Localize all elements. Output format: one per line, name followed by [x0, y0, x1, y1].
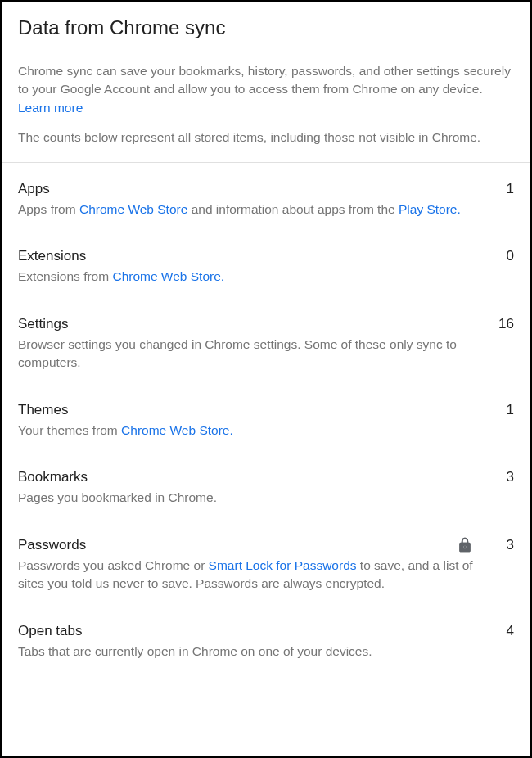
chrome-web-store-link[interactable]: Chrome Web Store.	[112, 269, 224, 283]
item-title: Bookmarks	[18, 469, 494, 485]
sync-item-passwords: Passwords 3 Passwords you asked Chrome o…	[18, 519, 514, 605]
item-title: Settings	[18, 316, 494, 332]
sync-item-settings: Settings 16 Browser settings you changed…	[18, 298, 514, 384]
lock-icon	[457, 537, 473, 553]
sync-item-bookmarks: Bookmarks 3 Pages you bookmarked in Chro…	[18, 451, 514, 518]
item-header: Apps 1	[18, 181, 514, 197]
chrome-web-store-link[interactable]: Chrome Web Store.	[121, 423, 233, 437]
chrome-web-store-link[interactable]: Chrome Web Store	[79, 202, 187, 216]
item-desc: Apps from Chrome Web Store and informati…	[18, 201, 514, 219]
item-count: 1	[494, 402, 514, 418]
page-title: Data from Chrome sync	[18, 16, 514, 39]
sync-item-apps: Apps 1 Apps from Chrome Web Store and in…	[18, 163, 514, 230]
item-count: 3	[494, 537, 514, 553]
item-desc: Extensions from Chrome Web Store.	[18, 268, 514, 286]
item-desc: Your themes from Chrome Web Store.	[18, 422, 514, 440]
intro-text: Chrome sync can save your bookmarks, his…	[18, 62, 514, 117]
play-store-link[interactable]: Play Store.	[399, 202, 461, 216]
item-title: Apps	[18, 181, 494, 197]
item-header: Settings 16	[18, 316, 514, 332]
item-count: 4	[494, 623, 514, 639]
item-header: Themes 1	[18, 402, 514, 418]
item-header: Passwords 3	[18, 537, 514, 553]
sync-item-themes: Themes 1 Your themes from Chrome Web Sto…	[18, 384, 514, 451]
item-count: 3	[494, 469, 514, 485]
sync-item-open-tabs: Open tabs 4 Tabs that are currently open…	[18, 605, 514, 672]
smart-lock-link[interactable]: Smart Lock for Passwords	[209, 558, 357, 572]
desc-text: Your themes from	[18, 423, 121, 437]
learn-more-link[interactable]: Learn more	[18, 101, 83, 115]
item-header: Open tabs 4	[18, 623, 514, 639]
item-count: 16	[494, 316, 514, 332]
item-desc: Passwords you asked Chrome or Smart Lock…	[18, 557, 514, 593]
item-header: Extensions 0	[18, 248, 514, 264]
intro-prefix: Chrome sync can save your bookmarks, his…	[18, 64, 511, 96]
desc-text: Passwords you asked Chrome or	[18, 558, 209, 572]
item-header: Bookmarks 3	[18, 469, 514, 485]
item-desc: Browser settings you changed in Chrome s…	[18, 336, 514, 372]
sync-data-panel: Data from Chrome sync Chrome sync can sa…	[2, 2, 530, 687]
item-count: 0	[494, 248, 514, 264]
desc-text: Extensions from	[18, 269, 112, 283]
item-title: Extensions	[18, 248, 494, 264]
item-title: Passwords	[18, 537, 457, 553]
counts-subtext: The counts below represent all stored it…	[18, 129, 514, 147]
item-count: 1	[494, 181, 514, 197]
item-title: Open tabs	[18, 623, 494, 639]
desc-text: and information about apps from the	[187, 202, 399, 216]
item-desc: Tabs that are currently open in Chrome o…	[18, 643, 514, 661]
sync-item-extensions: Extensions 0 Extensions from Chrome Web …	[18, 230, 514, 297]
item-desc: Pages you bookmarked in Chrome.	[18, 489, 514, 507]
desc-text: Apps from	[18, 202, 79, 216]
item-title: Themes	[18, 402, 494, 418]
